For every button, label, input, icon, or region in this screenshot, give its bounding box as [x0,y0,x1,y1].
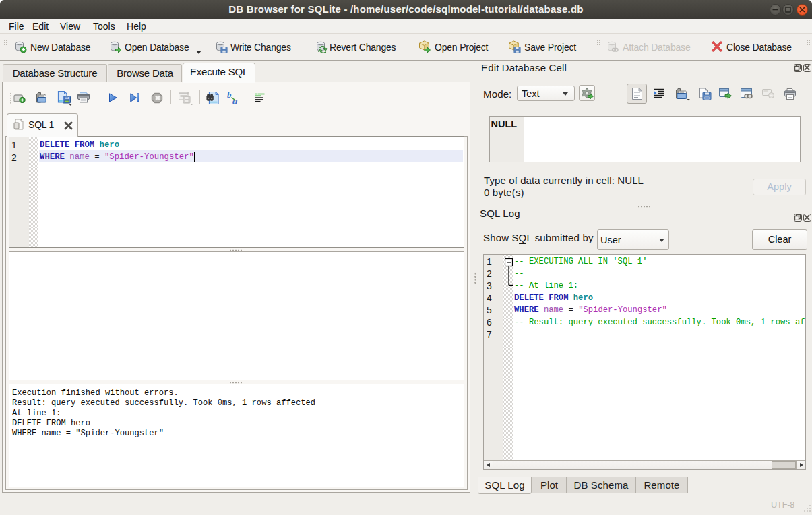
svg-text:a: a [232,96,238,106]
svg-text:b: b [227,90,232,100]
